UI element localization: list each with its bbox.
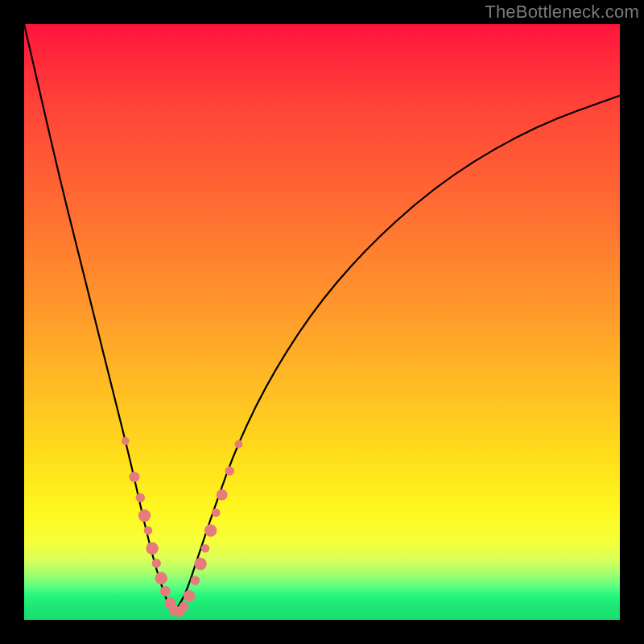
bead — [160, 586, 171, 597]
bead — [184, 590, 196, 602]
chart-frame: TheBottleneck.com — [0, 0, 644, 644]
bead — [217, 489, 228, 501]
bead — [201, 544, 210, 553]
bead — [122, 437, 130, 445]
bead-group — [122, 437, 242, 617]
chart-svg — [24, 24, 620, 620]
bead — [155, 572, 167, 584]
bead — [129, 472, 139, 482]
bead — [194, 558, 206, 570]
bottleneck-curve — [24, 24, 620, 610]
bead — [179, 602, 188, 612]
plot-area — [24, 24, 620, 620]
bead — [138, 510, 151, 522]
watermark-text: TheBottleneck.com — [485, 2, 639, 23]
bead — [225, 466, 234, 475]
bead — [235, 440, 243, 448]
bead — [204, 524, 217, 536]
bead — [146, 542, 158, 554]
bead — [136, 493, 145, 502]
bead — [144, 526, 153, 535]
bead — [191, 576, 200, 584]
bead — [212, 509, 221, 518]
bead — [152, 559, 161, 568]
